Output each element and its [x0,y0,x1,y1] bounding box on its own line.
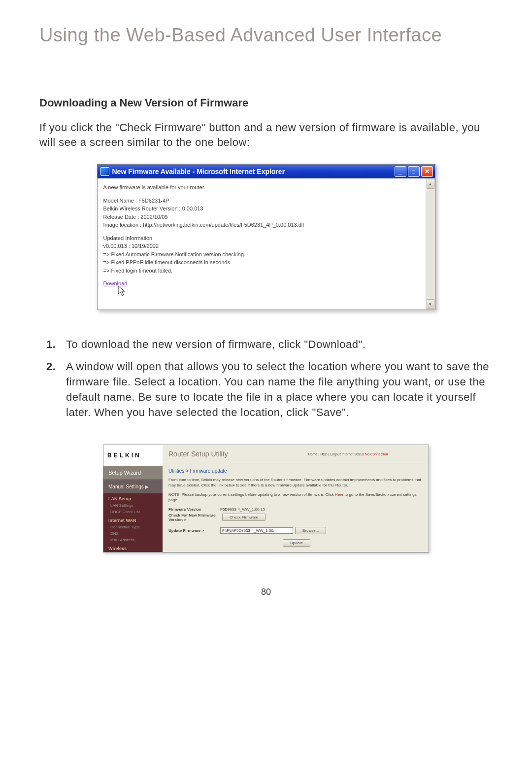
cursor-icon [118,286,434,299]
sidebar-cat-wan: Internet WAN [103,515,163,524]
intro-text: If you click the "Check Firmware" button… [39,120,493,149]
manual-settings-button[interactable]: Manual Settings ▶ [103,480,163,493]
firmware-version-value: F5D9633-4_WW_1.00.15 [220,507,265,512]
breadcrumb: Utilities > Firmware update [168,468,423,474]
router-utility-screenshot: BELKIN Setup Wizard Manual Settings ▶ LA… [103,445,429,553]
sidebar-cat-lan: LAN Setup [103,493,163,502]
check-firmware-button[interactable]: Check Firmware [222,514,266,521]
belkin-logo: BELKIN [103,445,163,466]
firmware-update-description: From time to time, Belkin may release ne… [168,478,423,488]
ie-release-date: Release Date : 2002/10/09 [103,213,420,221]
step-1: To download the new version of firmware,… [59,337,493,352]
backup-here-link[interactable]: Here [335,492,343,497]
step-2: A window will open that allows you to se… [59,359,493,420]
ie-content-area: A new firmware is available for your rou… [98,178,426,310]
status-no-connection: No Connection [365,452,388,456]
ie-image-location: Image location : http://networking.belki… [103,221,420,229]
router-sidebar: BELKIN Setup Wizard Manual Settings ▶ LA… [103,445,163,552]
instruction-list: To download the new version of firmware,… [39,337,493,420]
firmware-backup-note: NOTE: Please backup your current setting… [168,492,423,503]
firmware-file-input[interactable] [220,527,293,534]
ie-model-name: Model Name : F5D6231-4P [103,197,420,205]
section-heading: Downloading a New Version of Firmware [39,97,493,109]
ie-logo-icon [100,167,109,176]
svg-marker-0 [118,286,125,296]
ie-window-title: New Firmware Available - Microsoft Inter… [112,168,395,175]
update-firmware-label: Update Firmware > [168,528,220,533]
sidebar-item-lan-settings[interactable]: LAN Settings [103,502,163,509]
page-number: 80 [39,587,493,597]
scroll-up-icon[interactable]: ▴ [427,179,434,189]
router-header-links[interactable]: Home | Help | Logout Internet Status No … [308,452,388,456]
sidebar-item-mac[interactable]: MAC Address [103,537,163,543]
ie-router-version: Belkin Wireless Router Version : 0.00.01… [103,205,420,213]
close-button[interactable]: ✕ [421,166,433,177]
sidebar-item-conntype[interactable]: Connection Type [103,524,163,530]
firmware-version-label: Firmware Version [168,507,220,512]
sidebar-item-dns[interactable]: DNS [103,530,163,537]
maximize-button[interactable]: □ [408,166,420,177]
update-button[interactable]: Update [283,539,310,547]
minimize-button[interactable]: _ [395,166,406,177]
ie-line-available: A new firmware is available for your rou… [103,183,420,192]
ie-updated-info-title: Updated Information [103,234,420,242]
check-firmware-label: Check For New Firmware Version > [168,513,220,522]
sidebar-item-dhcp[interactable]: DHCP Client List [103,509,163,515]
browse-button[interactable]: Browse... [295,527,326,534]
page-title: Using the Web-Based Advanced User Interf… [39,25,493,52]
scroll-down-icon[interactable]: ▾ [427,299,434,309]
router-header-title: Router Setup Utility [168,450,308,458]
router-main-panel: Router Setup Utility Home | Help | Logou… [163,445,429,552]
ie-popup-window: New Firmware Available - Microsoft Inter… [97,164,435,310]
ie-titlebar: New Firmware Available - Microsoft Inter… [98,165,435,178]
ie-update-line4: => Fixed login timeout failed. [103,267,420,275]
ie-update-line1: v0.00.013 : 10/19/2002 [103,242,420,250]
sidebar-cat-wireless: Wireless [103,543,163,552]
ie-update-line2: => Fixed Automatic Firmware Notification… [103,250,420,259]
setup-wizard-button[interactable]: Setup Wizard [103,466,163,480]
ie-update-line3: => Fixed PPPoE idle timeout disconnects … [103,258,420,267]
